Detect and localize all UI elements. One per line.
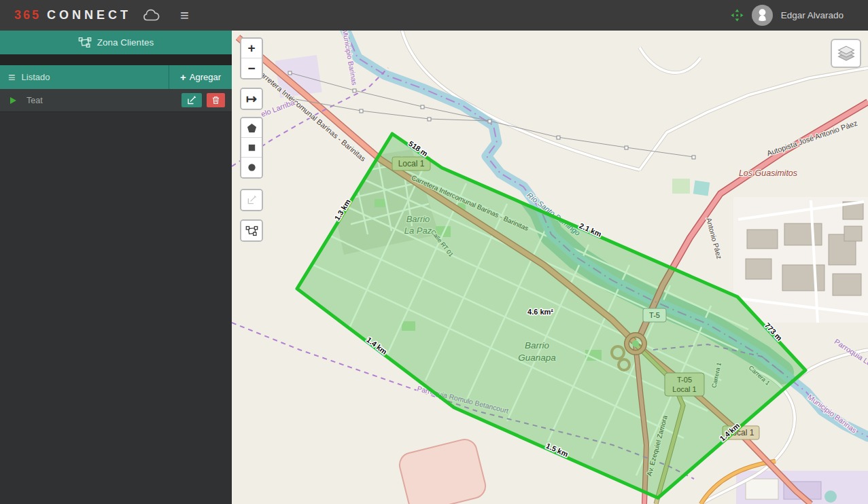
zone-name: Teat [27, 96, 181, 105]
logo-connect: CONNECT [47, 8, 131, 22]
zoom-out-button[interactable]: − [241, 58, 262, 78]
residential-area-right [733, 197, 868, 323]
layers-control[interactable] [831, 39, 861, 68]
draw-polyline-button[interactable]: ↦ [241, 89, 262, 109]
zone-icon [78, 37, 92, 48]
sidebar-title: Zona Clientes [97, 37, 154, 48]
zone-list: Teat [0, 89, 232, 112]
menu-icon[interactable]: ≡ [180, 8, 189, 23]
draw-rectangle-button[interactable] [241, 138, 262, 158]
list-item[interactable]: Teat [0, 89, 232, 112]
topbar: 365 CONNECT ≡ Edgar Alvarad [0, 0, 868, 31]
list-icon: ≡ [8, 71, 16, 84]
list-title: Listado [22, 72, 50, 82]
play-icon [10, 97, 16, 104]
map-container: Carretera Intercomunal Barinas - Barinit… [232, 31, 868, 504]
sidebar-title-bar[interactable]: Zona Clientes [0, 31, 232, 54]
locate-icon[interactable] [731, 9, 744, 22]
add-zone-button[interactable]: + Agregar [169, 65, 232, 89]
sidebar: Zona Clientes ≡ Listado + Agregar Teat [0, 31, 232, 504]
draw-shapes-control [240, 117, 263, 179]
zone-tool-button[interactable] [241, 221, 262, 240]
user-menu[interactable]: Edgar Alvarado [731, 5, 868, 26]
area-label: 4.6 km² [527, 308, 553, 316]
zoom-in-button[interactable]: + [241, 39, 262, 58]
edit-layers-control [240, 189, 263, 211]
add-zone-label: Agregar [190, 72, 221, 82]
zone-tool-control [240, 219, 263, 242]
avatar[interactable] [752, 5, 773, 26]
draw-line-control: ↦ [240, 88, 263, 110]
zoom-control: + − [240, 37, 263, 79]
plus-icon: + [180, 71, 186, 83]
cloud-icon[interactable] [142, 9, 160, 22]
edit-layers-button[interactable] [241, 190, 262, 210]
app-window: 365 CONNECT ≡ Edgar Alvarad [0, 0, 868, 504]
user-name[interactable]: Edgar Alvarado [781, 10, 844, 20]
edit-zone-button[interactable] [181, 93, 202, 107]
draw-polygon-button[interactable] [241, 118, 262, 138]
logo-365: 365 [14, 8, 41, 22]
draw-circle-button[interactable] [241, 158, 262, 177]
delete-zone-button[interactable] [207, 93, 225, 107]
svg-text:Los Guasimitos: Los Guasimitos [739, 168, 797, 178]
list-header: ≡ Listado + Agregar [0, 65, 232, 89]
sidebar-divider [0, 54, 232, 65]
map-canvas[interactable]: Carretera Intercomunal Barinas - Barinit… [232, 31, 868, 504]
brand-logo: 365 CONNECT [0, 8, 131, 22]
